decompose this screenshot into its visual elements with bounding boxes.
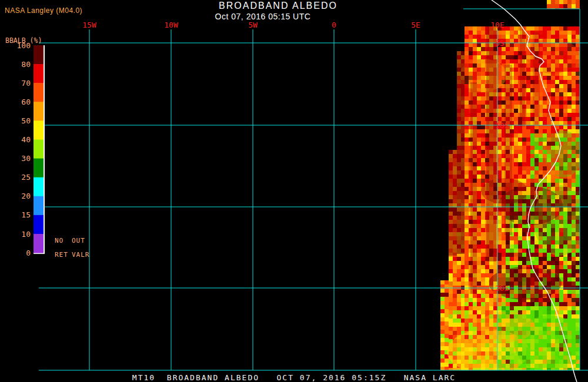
- colorbar-tick: 80: [21, 60, 31, 69]
- longitude-label: 10E: [490, 21, 504, 29]
- longitude-label: 0: [332, 21, 336, 29]
- colorbar-tick: 60: [21, 98, 31, 106]
- longitude-label: 15W: [82, 21, 96, 29]
- colorbar-tick: 30: [21, 154, 31, 163]
- colorbar-tick: 15: [21, 210, 31, 219]
- colorbar-tick: 25: [21, 173, 31, 182]
- colorbar-segment: [34, 120, 44, 140]
- longitude-label: 5E: [411, 21, 420, 29]
- colorbar-segment: [34, 140, 44, 159]
- latitude-label: 10S: [495, 121, 509, 130]
- colorbar-segment: [34, 234, 44, 253]
- colorbar-tick: 0: [26, 249, 31, 257]
- colorbar-segment: [34, 159, 44, 178]
- flag-no-label: NO: [55, 237, 64, 244]
- colorbar-segment: [34, 196, 44, 216]
- colorbar-segment: [34, 45, 44, 65]
- satellite-swath: [440, 0, 586, 379]
- colorbar-tick: 40: [21, 135, 31, 144]
- colorbar-title: BBALB (%): [5, 36, 42, 45]
- longitude-label: 5W: [248, 21, 258, 29]
- timestamp-subtitle: Oct 07, 2016 05:15 UTC: [215, 12, 311, 21]
- albedo-product-viewer: 15W10W5W05E10E5S10S20S100807060504030252…: [0, 0, 588, 382]
- colorbar-tick: 20: [21, 192, 31, 200]
- colorbar-tick: 50: [21, 116, 31, 125]
- latitude-label: 20S: [495, 284, 509, 293]
- colorbar-tick: 10: [21, 230, 31, 239]
- colorbar-tick: 70: [21, 79, 31, 88]
- colorbar-segment: [34, 215, 44, 234]
- flag-ret-label: RET: [55, 251, 68, 259]
- flag-out-label: OUT: [72, 237, 85, 244]
- latitude-label: 5S: [495, 39, 505, 48]
- credit-label: NASA Langley (M04.0): [5, 6, 82, 15]
- colorbar-segment: [34, 177, 44, 197]
- longitude-label: 10W: [164, 21, 178, 29]
- flag-valr-label: VALR: [72, 251, 90, 259]
- page-title: BROADBAND ALBEDO: [219, 1, 338, 11]
- colorbar-segment: [34, 83, 44, 102]
- colorbar-segment: [34, 64, 44, 83]
- colorbar-segment: [34, 102, 44, 121]
- status-bar-text: MT10 BROADBAND ALBEDO OCT 07, 2016 05:15…: [132, 373, 456, 382]
- map-canvas: 15W10W5W05E10E5S10S20S100807060504030252…: [0, 0, 588, 382]
